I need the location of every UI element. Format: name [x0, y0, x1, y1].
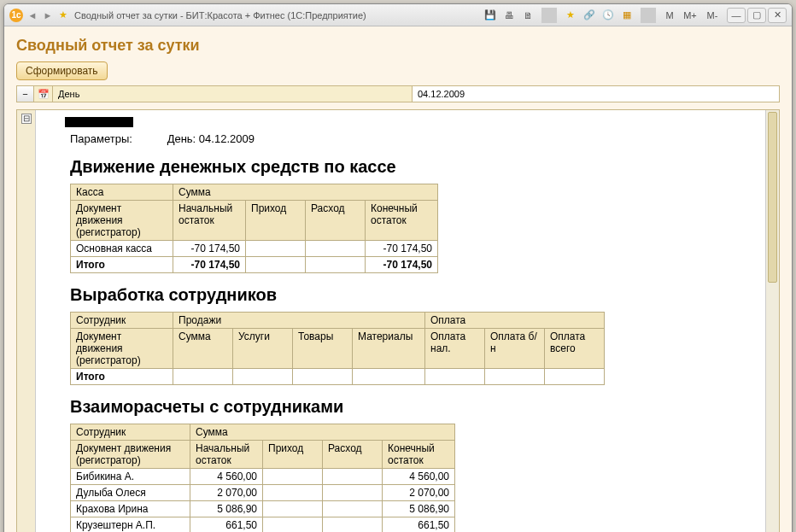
clock-icon[interactable]: 🕓	[600, 8, 616, 23]
th-begin: Начальный остаток	[173, 201, 246, 241]
preview-icon[interactable]: 🗎	[520, 8, 536, 23]
th-summa: Сумма	[173, 184, 438, 201]
section2-title: Выработка сотрудников	[70, 285, 765, 305]
zoom-mplus[interactable]: M+	[681, 8, 699, 23]
table-total-row: Итого -70 174,50 -70 174,50	[71, 257, 438, 273]
table-row[interactable]: Дулыба Олеся2 070,002 070,00	[71, 485, 455, 501]
section1-title: Движение денежных средств по кассе	[70, 157, 765, 177]
table-row[interactable]: Основная касса -70 174,50 -70 174,50	[71, 241, 438, 257]
content-area: Сводный отчет за сутки Сформировать − 📅 …	[4, 26, 792, 532]
minus-icon: −	[22, 89, 27, 99]
separator	[541, 8, 557, 23]
params-label: Параметры:	[70, 132, 164, 145]
vertical-scrollbar[interactable]	[765, 110, 779, 532]
th-pay: Оплата	[425, 313, 605, 329]
print-icon[interactable]: 🖶	[501, 8, 517, 23]
table-row[interactable]: Крузештерн А.П.661,50661,50	[71, 517, 455, 533]
th-noncash: Оплата б/н	[485, 329, 545, 369]
th-emp: Сотрудник	[71, 424, 190, 441]
th-begin: Начальный остаток	[190, 441, 263, 469]
maximize-button[interactable]: ▢	[747, 8, 766, 23]
th-cash: Оплата нал.	[425, 329, 485, 369]
filter-bar: − 📅 День 04.12.2009	[16, 85, 780, 102]
th-summa: Сумма	[190, 424, 455, 441]
th-out: Расход	[306, 201, 366, 241]
th-end: Конечный остаток	[383, 441, 455, 469]
th-sales: Продажи	[173, 313, 425, 329]
collapse-toggle[interactable]: ⊟	[21, 114, 32, 124]
filter-label: День	[53, 86, 412, 102]
save-icon[interactable]: 💾	[483, 8, 498, 23]
th-sum: Сумма	[173, 329, 233, 369]
close-button[interactable]: ✕	[768, 8, 787, 23]
report-viewport: ⊟ Параметры: День: 04.12.2009 Движение д…	[16, 109, 780, 532]
app-window: 1c ◄ ► ★ Сводный отчет за сутки - БИТ:Кр…	[3, 3, 793, 532]
favorite-icon[interactable]: ★	[57, 9, 69, 21]
calc-icon[interactable]: ▦	[619, 8, 635, 23]
nav-back-icon[interactable]: ◄	[26, 9, 38, 21]
report-params: Параметры: День: 04.12.2009	[70, 132, 765, 145]
table-row[interactable]: Бибикина А.4 560,004 560,00	[71, 469, 455, 485]
th-doc: Документ движения (регистратор)	[71, 201, 173, 241]
report-body: Параметры: День: 04.12.2009 Движение ден…	[36, 110, 779, 532]
outline-gutter: ⊟	[17, 110, 36, 532]
th-goods: Товары	[293, 329, 353, 369]
th-doc: Документ движения (регистратор)	[71, 329, 173, 369]
filter-value[interactable]: 04.12.2009	[412, 86, 779, 102]
table-total-row: Итого	[71, 369, 605, 385]
calendar-icon[interactable]: 📅	[34, 86, 53, 102]
th-svc: Услуги	[233, 329, 293, 369]
th-in: Приход	[263, 441, 323, 469]
titlebar: 1c ◄ ► ★ Сводный отчет за сутки - БИТ:Кр…	[4, 4, 792, 26]
table-employee-settlements: Сотрудник Сумма Документ движения (регис…	[70, 424, 455, 532]
page-title: Сводный отчет за сутки	[16, 37, 780, 55]
section3-title: Взаиморасчеты с сотрудниками	[70, 397, 765, 417]
scrollbar-thumb[interactable]	[768, 112, 777, 283]
window-title: Сводный отчет за сутки - БИТ:Красота + Ф…	[74, 10, 483, 20]
nav-fwd-icon[interactable]: ►	[42, 9, 54, 21]
th-doc: Документ движения (регистратор)	[71, 441, 190, 469]
params-day-label: День:	[167, 132, 196, 145]
th-end: Конечный остаток	[366, 201, 438, 241]
link-icon[interactable]: 🔗	[582, 8, 597, 23]
th-out: Расход	[323, 441, 383, 469]
zoom-mminus[interactable]: M-	[703, 8, 722, 23]
minimize-button[interactable]: —	[727, 8, 746, 23]
th-totalpay: Оплата всего	[545, 329, 605, 369]
form-report-button[interactable]: Сформировать	[16, 61, 108, 80]
params-day-value: 04.12.2009	[199, 132, 255, 145]
th-kassa: Касса	[71, 184, 173, 201]
star-icon[interactable]: ★	[563, 8, 578, 23]
zoom-m[interactable]: M	[662, 8, 677, 23]
th-emp: Сотрудник	[71, 313, 173, 329]
th-mat: Материалы	[353, 329, 425, 369]
th-in: Приход	[246, 201, 306, 241]
separator	[641, 8, 656, 23]
table-row[interactable]: Крахова Ирина5 086,905 086,90	[71, 501, 455, 517]
filter-collapse-button[interactable]: −	[17, 86, 34, 102]
app-icon: 1c	[9, 9, 23, 22]
table-employee-output: Сотрудник Продажи Оплата Документ движен…	[70, 312, 605, 385]
table-cash-flow: Касса Сумма Документ движения (регистрат…	[70, 184, 438, 273]
redaction-bar	[65, 117, 133, 127]
